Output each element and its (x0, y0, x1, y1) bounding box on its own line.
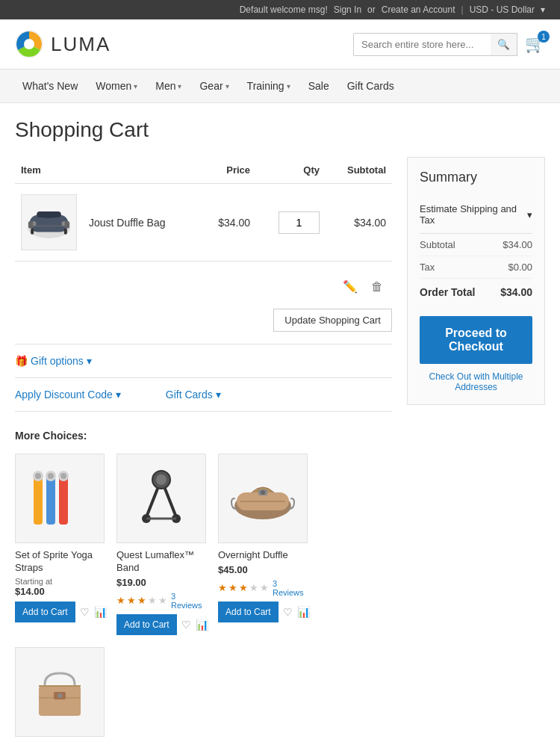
compare-icon[interactable]: 📊 (196, 619, 208, 631)
logo[interactable]: LUMA (15, 30, 111, 58)
edit-item-button[interactable]: ✏️ (340, 276, 361, 297)
svg-rect-15 (59, 476, 68, 525)
product-card-duffle: Overnight Duffle $45.00 ★ ★ ★ ★ ★ 3 Revi… (218, 454, 308, 635)
nav-item-training[interactable]: Training ▾ (240, 69, 298, 102)
proceed-to-checkout-button[interactable]: Proceed to Checkout (420, 316, 532, 364)
product-price-duffle: $45.00 (218, 564, 308, 575)
product-stars-band: ★ ★ ★ ★ ★ 3 Reviews (116, 592, 206, 610)
star-3: ★ (239, 582, 248, 593)
chevron-down-icon: ▾ (134, 82, 137, 90)
add-to-cart-yoga-straps[interactable]: Add to Cart (15, 602, 75, 622)
tax-label: Tax (420, 262, 435, 273)
tax-row: Tax $0.00 (420, 256, 532, 279)
multi-address-link[interactable]: Check Out with Multiple Addresses (420, 371, 532, 392)
chevron-down-icon: ▾ (287, 82, 290, 90)
item-qty-cell (256, 184, 326, 262)
item-price-cell: $34.00 (199, 184, 256, 262)
cart-badge: 1 (538, 31, 550, 43)
compare-icon[interactable]: 📊 (94, 606, 107, 618)
wishlist-icon[interactable]: ♡ (80, 606, 90, 618)
welcome-message: Default welcome msg! (240, 4, 328, 15)
star-2: ★ (127, 595, 136, 606)
col-qty: Qty (256, 157, 326, 184)
review-count-band[interactable]: 3 Reviews (171, 592, 206, 610)
separator: | (461, 4, 464, 15)
svg-point-21 (60, 473, 66, 479)
subtotal-label: Subtotal (420, 239, 455, 250)
discount-chevron-icon: ▾ (116, 389, 121, 401)
search-button[interactable]: 🔍 (491, 33, 517, 56)
estimate-chevron-icon: ▾ (527, 209, 532, 220)
nav-item-gear[interactable]: Gear ▾ (192, 69, 236, 102)
product-card-yoga-straps: Set of Sprite Yoga Straps Starting at $1… (15, 454, 105, 635)
product-image-band (116, 454, 206, 543)
gift-options-link[interactable]: 🎁 Gift options ▾ (15, 355, 92, 367)
band-icon (124, 461, 199, 536)
nav-item-women[interactable]: Women ▾ (88, 69, 145, 102)
trash-icon: 🗑 (371, 280, 383, 293)
update-cart-button[interactable]: Update Shopping Cart (273, 309, 392, 332)
wishlist-icon[interactable]: ♡ (283, 606, 293, 618)
summary-box: Summary Estimate Shipping and Tax ▾ Subt… (407, 157, 545, 405)
subtotal-row: Subtotal $34.00 (420, 234, 532, 256)
duffle-icon (225, 461, 300, 536)
item-subtotal: $34.00 (354, 217, 386, 229)
tote-icon (22, 655, 97, 729)
add-to-cart-duffle[interactable]: Add to Cart (218, 602, 279, 622)
currency-selector[interactable]: USD - US Dollar (470, 4, 535, 15)
main-nav: What's New Women ▾ Men ▾ Gear ▾ Training… (0, 69, 560, 103)
wishlist-icon[interactable]: ♡ (181, 619, 191, 631)
item-image-cell (15, 184, 83, 262)
logo-icon (15, 30, 43, 58)
svg-rect-11 (31, 229, 34, 235)
gift-cards-link[interactable]: Gift Cards ▾ (166, 389, 221, 401)
svg-point-1 (24, 39, 34, 49)
review-count-duffle[interactable]: 3 Reviews (273, 579, 308, 597)
item-name-cell: Joust Duffle Bag (83, 184, 199, 262)
cart-icon-btn[interactable]: 🛒 1 (525, 34, 545, 54)
create-account-link[interactable]: Create an Account (382, 4, 455, 15)
svg-rect-13 (34, 476, 43, 525)
star-1: ★ (116, 595, 125, 606)
nav-item-gift-cards[interactable]: Gift Cards (340, 69, 402, 102)
gift-cards-label: Gift Cards (166, 389, 213, 401)
item-subtotal-cell: $34.00 (326, 184, 392, 262)
nav-label-sale: Sale (308, 80, 329, 92)
item-qty-input[interactable] (279, 211, 320, 234)
item-price: $34.00 (218, 217, 250, 229)
nav-label-gift-cards: Gift Cards (347, 80, 394, 92)
compare-icon[interactable]: 📊 (297, 606, 310, 618)
svg-point-23 (156, 474, 167, 485)
nav-item-men[interactable]: Men ▾ (148, 69, 189, 102)
star-4: ★ (249, 582, 258, 593)
product-actions-band: Add to Cart ♡ 📊 (116, 614, 206, 635)
bag-image-icon (25, 202, 73, 243)
delete-item-button[interactable]: 🗑 (368, 277, 386, 297)
nav-item-whats-new[interactable]: What's New (15, 69, 85, 102)
svg-line-25 (165, 489, 176, 517)
add-to-cart-band[interactable]: Add to Cart (116, 614, 177, 635)
star-3: ★ (137, 595, 146, 606)
estimate-shipping-row[interactable]: Estimate Shipping and Tax ▾ (420, 196, 532, 234)
chevron-down-icon: ▾ (178, 82, 181, 90)
product-name-yoga-straps: Set of Sprite Yoga Straps (15, 549, 105, 575)
svg-point-33 (261, 490, 265, 495)
signin-link[interactable]: Sign In (334, 4, 361, 15)
cart-item-row: Joust Duffle Bag $34.00 $34.00 (15, 184, 392, 262)
apply-discount-label: Apply Discount Code (15, 389, 113, 401)
order-total-label: Order Total (420, 286, 475, 298)
nav-label-whats-new: What's New (22, 80, 78, 92)
gift-options-label: Gift options (31, 355, 84, 367)
products-grid: Set of Sprite Yoga Straps Starting at $1… (15, 454, 392, 742)
more-choices-section: More Choices: (15, 430, 392, 742)
more-choices-title: More Choices: (15, 430, 392, 442)
product-starting-label: Starting at (15, 577, 105, 586)
item-name: Joust Duffle Bag (89, 217, 165, 229)
page-content: Shopping Cart Item Price Qty Subtotal (0, 103, 560, 742)
nav-item-sale[interactable]: Sale (301, 69, 337, 102)
currency-chevron-icon: ▾ (541, 4, 545, 15)
svg-rect-12 (64, 229, 67, 235)
apply-discount-link[interactable]: Apply Discount Code ▾ (15, 389, 121, 401)
col-item: Item (15, 157, 83, 184)
order-total-row: Order Total $34.00 (420, 279, 532, 306)
